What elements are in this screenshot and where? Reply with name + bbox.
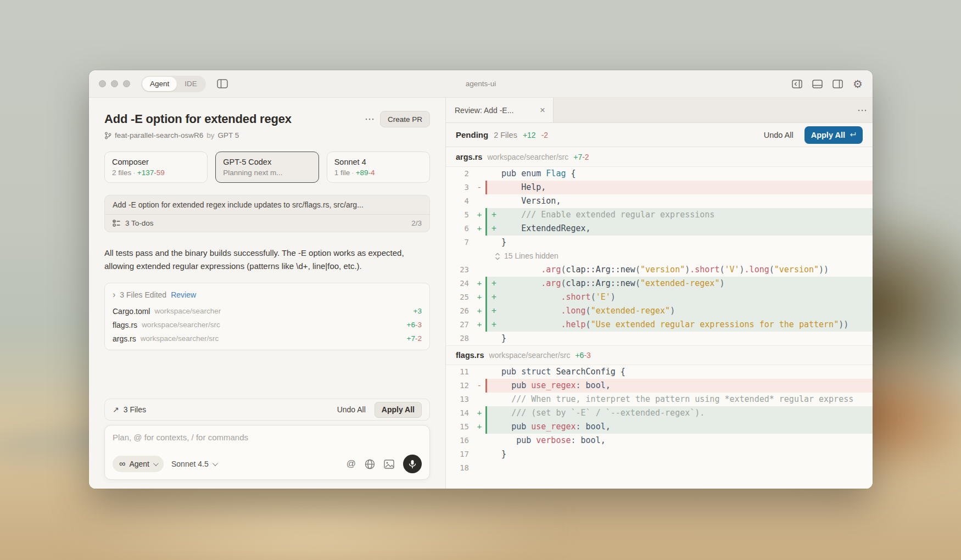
agent-card[interactable]: Sonnet 41 file·+89-4	[327, 152, 430, 183]
diff-line-content: + /// Enable extended regular expression…	[487, 208, 873, 222]
model-dropdown[interactable]: Sonnet 4.5	[171, 460, 216, 468]
todos-row[interactable]: 3 To-dos 2/3	[105, 214, 429, 232]
diff-line-number: 6	[446, 222, 473, 236]
file-deletions: -3	[415, 321, 422, 329]
apply-all-button-left[interactable]: Apply All	[375, 402, 422, 418]
close-window-button[interactable]	[99, 80, 106, 87]
agent-files-count: 2 files	[112, 169, 131, 177]
diff-row: 5++ /// Enable extended regular expressi…	[446, 208, 873, 222]
microphone-button[interactable]	[403, 455, 422, 473]
diff-line-content: Version,	[487, 194, 873, 208]
chevron-right-icon: ›	[113, 290, 115, 300]
diff-line-body: pub use_regex: bool,	[485, 420, 873, 434]
task-message: Add -E option for extended regex include…	[105, 195, 429, 214]
diff-line-number: 26	[446, 304, 473, 318]
hidden-lines-toggle[interactable]: 15 Lines hidden	[491, 249, 873, 263]
review-panel: Review: Add -E... × ⋯ Pending 2 Files +1…	[446, 98, 873, 489]
create-pr-button[interactable]: Create PR	[380, 111, 430, 127]
file-row[interactable]: args.rsworkspace/searcher/src+7-2	[105, 332, 429, 345]
apply-all-button[interactable]: Apply All	[804, 126, 863, 144]
minimize-window-button[interactable]	[111, 80, 118, 87]
diff-file-additions: +6	[575, 351, 584, 360]
review-link[interactable]: Review	[171, 290, 196, 299]
model-author: GPT 5	[218, 131, 239, 139]
diff-line-content: + ExtendedRegex,	[487, 222, 873, 236]
diff-line-number: 25	[446, 290, 473, 304]
enter-key-icon	[849, 132, 856, 138]
zoom-window-button[interactable]	[123, 80, 130, 87]
dot-separator: ·	[131, 169, 137, 177]
diff-line-number: 4	[446, 194, 473, 208]
diff-row: 18	[446, 461, 873, 475]
diff-file-name: flags.rs	[456, 351, 484, 360]
diff-line-content: pub struct SearchConfig {	[487, 365, 873, 379]
panel-bottom-icon[interactable]	[812, 80, 823, 88]
file-row[interactable]: Cargo.tomlworkspace/searcher+3	[105, 304, 429, 318]
file-row[interactable]: flags.rsworkspace/searcher/src+6-3	[105, 318, 429, 332]
diff-line-content: 15 Lines hidden	[487, 249, 873, 263]
agent-additions: +137	[137, 169, 154, 177]
tab-review[interactable]: Review: Add -E... ×	[446, 98, 554, 122]
diff-file-header[interactable]: args.rsworkspace/searcher/src+7-2	[446, 147, 873, 167]
close-tab-icon[interactable]: ×	[540, 105, 545, 116]
traffic-lights[interactable]	[99, 80, 130, 87]
agent-card-status: 2 files·+137-59	[112, 169, 200, 177]
diff-file-additions: +7	[573, 153, 582, 161]
diff-file-path: workspace/searcher/src	[487, 153, 568, 161]
file-stats: +6-3	[407, 321, 422, 329]
diff-area[interactable]: args.rsworkspace/searcher/src+7-22 pub e…	[446, 147, 873, 489]
panel-left-collapse-icon[interactable]	[792, 80, 802, 88]
diff-row: 4 Version,	[446, 194, 873, 208]
undo-all-button-left[interactable]: Undo All	[333, 403, 370, 416]
diff-row: 7 }	[446, 236, 873, 249]
diff-line-number: 7	[446, 236, 473, 249]
deletions-count: -2	[541, 131, 548, 139]
mention-icon[interactable]: @	[347, 458, 356, 469]
diff-line-body: + ExtendedRegex,	[485, 222, 873, 236]
files-edited-card: › 3 Files Edited Review Cargo.tomlworksp…	[104, 283, 430, 350]
tabstrip-menu-button[interactable]: ⋯	[852, 104, 873, 116]
branch-name[interactable]: feat-parallel-search-oswR6	[115, 131, 203, 139]
diff-line-sign	[473, 434, 485, 447]
globe-icon[interactable]	[365, 459, 375, 469]
diff-file: args.rsworkspace/searcher/src+7-22 pub e…	[446, 147, 873, 345]
file-name: Cargo.toml	[113, 307, 150, 316]
diff-line-number: 2	[446, 167, 473, 181]
diff-line-content: pub use_regex: bool,	[487, 379, 873, 393]
agent-card[interactable]: Composer2 files·+137-59	[104, 152, 208, 183]
panel-right-icon[interactable]	[833, 80, 843, 88]
agent-panel: Add -E option for extended regex ⋯ Creat…	[89, 98, 446, 489]
settings-gear-icon[interactable]: ⚙	[853, 79, 863, 89]
diff-line-body: + /// Enable extended regular expression…	[485, 208, 873, 222]
task-menu-button[interactable]: ⋯	[359, 113, 380, 125]
sidebar-toggle-icon[interactable]	[217, 79, 228, 88]
diff-row: 16 pub verbose: bool,	[446, 434, 873, 447]
diff-line-number: 24	[446, 277, 473, 290]
diff-file-header[interactable]: flags.rsworkspace/searcher/src+6-3	[446, 345, 873, 365]
tab-ide[interactable]: IDE	[177, 77, 205, 91]
agent-cards: Composer2 files·+137-59GPT-5 CodexPlanni…	[104, 152, 430, 183]
file-name: flags.rs	[113, 321, 137, 329]
pending-files-count: 2 Files	[494, 131, 517, 139]
agent-mode-dropdown[interactable]: ∞ Agent	[113, 456, 164, 472]
diff-line-body: .arg(clap::Arg::new("version").short('V'…	[485, 263, 873, 277]
diff-line-body: Help,	[485, 181, 873, 194]
diff-line-number: 23	[446, 263, 473, 277]
chat-input[interactable]	[113, 433, 422, 442]
agent-files-count: 1 file	[334, 169, 350, 177]
diff-line-sign	[473, 461, 485, 475]
tab-agent[interactable]: Agent	[142, 77, 177, 91]
diff-line-sign: +	[473, 304, 485, 318]
review-header: Pending 2 Files +12 -2 Undo All Apply Al…	[446, 123, 873, 147]
diff-row: 14+ /// (set by `-E` / `--extended-regex…	[446, 406, 873, 420]
todo-box[interactable]: Add -E option for extended regex include…	[104, 195, 430, 232]
pending-files-label[interactable]: 3 Files	[124, 405, 146, 414]
undo-all-button[interactable]: Undo All	[758, 128, 799, 142]
mode-toggle: Agent IDE	[141, 76, 206, 92]
files-edited-header[interactable]: › 3 Files Edited Review	[105, 285, 429, 304]
diff-line-number: 17	[446, 447, 473, 461]
diff-row: 25++ .short('E')	[446, 290, 873, 304]
image-icon[interactable]	[384, 460, 394, 469]
agent-card[interactable]: GPT-5 CodexPlanning next m...	[215, 152, 319, 183]
diff-file-name: args.rs	[456, 153, 482, 161]
